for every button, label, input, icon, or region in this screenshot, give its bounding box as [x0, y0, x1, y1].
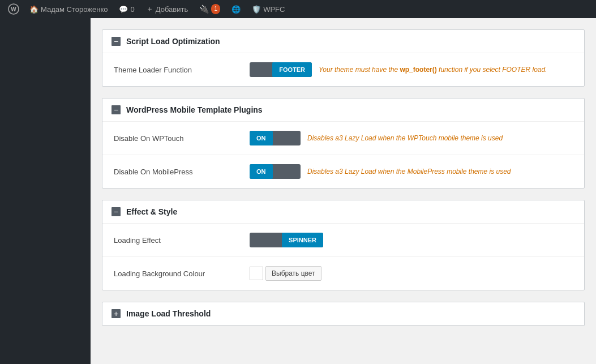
disable-wptouch-label: Disable On WPTouch	[114, 134, 238, 143]
svg-text:W: W	[11, 6, 16, 12]
effect-style-title: Effect & Style	[126, 207, 177, 216]
theme-loader-hint: Your theme must have the wp_footer() fun…	[319, 66, 547, 74]
comments-button[interactable]: 💬 site-name 0	[114, 0, 139, 18]
disable-wptouch-toggle[interactable]: ON	[250, 131, 301, 145]
wp-mobile-collapse-icon[interactable]	[112, 105, 121, 114]
loading-effect-label: Loading Effect	[114, 236, 238, 245]
wp-logo-button[interactable]: W	[5, 0, 23, 18]
image-load-threshold-header: Image Load Threshold	[102, 302, 584, 326]
script-load-title: Script Load Optimization	[126, 37, 220, 46]
script-load-header: Script Load Optimization	[102, 30, 584, 53]
theme-loader-label: Theme Loader Function	[114, 66, 238, 74]
disable-mobilepress-control: ON Disables a3 Lazy Load when the Mobile…	[250, 164, 573, 179]
image-load-threshold-expand-icon[interactable]	[112, 309, 121, 318]
comments-icon: 💬	[119, 5, 128, 14]
loading-bg-colour-control: Выбрать цвет	[250, 266, 573, 281]
color-picker-button[interactable]: Выбрать цвет	[265, 266, 321, 281]
effect-style-header: Effect & Style	[102, 200, 584, 224]
admin-bar: W 🏠 Мадам Стороженко 💬 site-name 0 ＋ Доб…	[0, 0, 596, 18]
loading-bg-colour-label: Loading Background Colour	[114, 269, 238, 278]
theme-loader-row: Theme Loader Function FOOTER Your theme …	[102, 53, 584, 86]
loading-effect-toggle-active: SPINNER	[282, 233, 323, 247]
disable-wptouch-row: Disable On WPTouch ON Disables a3 Lazy L…	[102, 122, 584, 155]
plugins-button[interactable]: 🔌 1	[195, 0, 225, 18]
sidebar	[0, 18, 91, 364]
wpfc-button[interactable]: 🛡️ WPFC	[247, 0, 289, 18]
wp-mobile-header: WordPress Mobile Template Plugins	[102, 99, 584, 122]
theme-loader-toggle[interactable]: FOOTER	[250, 62, 312, 77]
wp-mobile-panel: WordPress Mobile Template Plugins Disabl…	[102, 98, 585, 189]
plugin-badge: 1	[211, 4, 220, 14]
script-load-body: Theme Loader Function FOOTER Your theme …	[102, 53, 584, 86]
shield-icon: 🛡️	[252, 5, 261, 14]
loading-effect-row: Loading Effect SPINNER	[102, 224, 584, 257]
disable-mobilepress-toggle[interactable]: ON	[250, 164, 301, 179]
color-picker-group: Выбрать цвет	[250, 266, 321, 281]
script-load-panel: Script Load Optimization Theme Loader Fu…	[102, 29, 585, 87]
disable-mobilepress-hint: Disables a3 Lazy Load when the MobilePre…	[307, 168, 511, 175]
wp-mobile-title: WordPress Mobile Template Plugins	[126, 105, 263, 114]
loading-effect-toggle[interactable]: SPINNER	[250, 233, 323, 247]
effect-style-collapse-icon[interactable]	[112, 207, 121, 216]
disable-mobilepress-toggle-active: ON	[250, 164, 273, 179]
add-new-button[interactable]: ＋ Добавить	[142, 0, 192, 18]
plus-icon: ＋	[146, 4, 153, 14]
home-icon: 🏠	[29, 5, 38, 14]
disable-wptouch-hint: Disables a3 Lazy Load when the WPTouch m…	[307, 134, 503, 142]
disable-wptouch-control: ON Disables a3 Lazy Load when the WPTouc…	[250, 131, 573, 145]
image-load-threshold-title: Image Load Threshold	[126, 309, 211, 318]
effect-style-panel: Effect & Style Loading Effect SPINNER Lo…	[102, 200, 585, 290]
effect-style-body: Loading Effect SPINNER Loading Backgroun…	[102, 224, 584, 290]
theme-loader-toggle-active: FOOTER	[272, 62, 312, 77]
script-load-collapse-icon[interactable]	[112, 37, 121, 46]
theme-loader-control: FOOTER Your theme must have the wp_foote…	[250, 62, 573, 77]
disable-wptouch-toggle-active: ON	[250, 131, 273, 145]
updates-button[interactable]: 🌐	[227, 0, 245, 18]
site-name-button[interactable]: 🏠 Мадам Стороженко	[25, 0, 112, 18]
loading-effect-control: SPINNER	[250, 233, 573, 247]
wp-mobile-body: Disable On WPTouch ON Disables a3 Lazy L…	[102, 122, 584, 188]
plugin-icon: 🔌	[199, 5, 209, 14]
image-load-threshold-panel: Image Load Threshold	[102, 302, 585, 326]
disable-mobilepress-row: Disable On MobilePress ON Disables a3 La…	[102, 155, 584, 188]
loading-bg-colour-row: Loading Background Colour Выбрать цвет	[102, 257, 584, 290]
main-content: Script Load Optimization Theme Loader Fu…	[91, 18, 596, 364]
globe-icon: 🌐	[231, 5, 241, 14]
disable-mobilepress-label: Disable On MobilePress	[114, 168, 238, 176]
color-swatch[interactable]	[250, 267, 263, 280]
